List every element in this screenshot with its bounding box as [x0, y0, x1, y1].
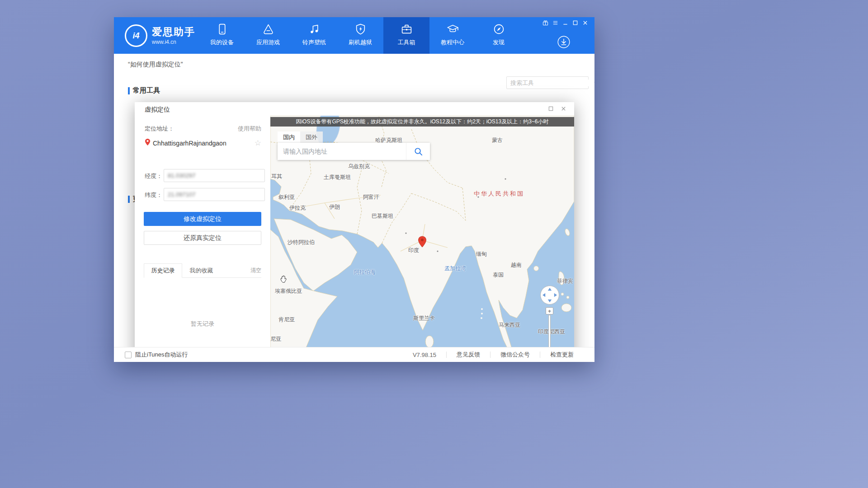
window-controls	[542, 19, 588, 26]
brand-name: 爱思助手	[152, 27, 195, 38]
block-itunes-checkbox[interactable]	[125, 352, 132, 358]
dialog-maximize-icon[interactable]	[547, 105, 554, 112]
brand-site: www.i4.cn	[152, 39, 195, 45]
music-note-icon	[308, 23, 321, 35]
nav-ringtones-wallpapers[interactable]: 铃声壁纸	[291, 17, 337, 54]
map-pan-control[interactable]	[540, 285, 560, 305]
gift-icon[interactable]	[542, 19, 548, 26]
block-itunes-label: 阻止iTunes自动运行	[135, 351, 188, 359]
longitude-value: 81.030297	[168, 172, 195, 179]
app-header: i4 爱思助手 www.i4.cn 我的设备 应用游戏	[114, 17, 594, 54]
search-icon[interactable]	[594, 79, 594, 86]
virtual-location-dialog: 虚拟定位 定位地址： 使用帮助	[135, 102, 574, 347]
desktop: i4 爱思助手 www.i4.cn 我的设备 应用游戏	[0, 0, 868, 488]
download-button[interactable]	[557, 36, 570, 48]
wechat-link[interactable]: 微信公众号	[491, 351, 540, 359]
tools-search-input[interactable]	[507, 80, 594, 86]
toolbox-icon	[401, 23, 413, 35]
menu-icon[interactable]	[552, 19, 558, 26]
history-tabs: 历史记录 我的收藏 清空	[144, 265, 261, 278]
tab-domestic[interactable]: 国内	[278, 131, 300, 143]
nav-label: 铃声壁纸	[302, 38, 326, 47]
main-nav: 我的设备 应用游戏 铃声壁纸	[199, 17, 522, 54]
nav-label: 工具箱	[398, 38, 415, 47]
tab-history[interactable]: 历史记录	[144, 263, 182, 278]
app-logo: i4 爱思助手 www.i4.cn	[125, 24, 195, 47]
section-bar	[128, 87, 130, 94]
zoom-in-button[interactable]: +	[546, 307, 553, 314]
dialog-title: 虚拟定位	[145, 106, 170, 114]
nav-my-devices[interactable]: 我的设备	[199, 17, 245, 54]
clear-history-link[interactable]: 清空	[250, 267, 261, 277]
dialog-close-icon[interactable]	[560, 105, 567, 112]
hand-cursor-icon	[279, 275, 288, 285]
section-header-common-tools: 常用工具	[128, 86, 160, 95]
help-link[interactable]: 使用帮助	[238, 125, 261, 133]
logo-icon: i4	[125, 24, 147, 47]
nav-label: 应用游戏	[256, 38, 280, 47]
section-title: 常用工具	[133, 86, 160, 95]
map-search-input[interactable]	[278, 143, 406, 160]
gps-notice-bar: 因iOS设备带有GPS校准功能，故此虚拟定位并非永久。iOS12及以下：约2天；…	[270, 117, 574, 127]
empty-records-text: 暂无记录	[135, 320, 270, 328]
compass-icon	[493, 23, 505, 35]
longitude-label: 经度：	[145, 172, 162, 180]
location-pin-icon	[145, 138, 151, 148]
map-search-box	[278, 143, 430, 160]
address-value: ChhattisgarhRajnandgaon	[153, 140, 255, 147]
minimize-icon[interactable]	[562, 19, 568, 26]
version-text: V7.98.15	[403, 352, 446, 358]
tools-search-box	[506, 76, 589, 89]
close-icon[interactable]	[582, 19, 588, 26]
location-marker-icon	[418, 236, 427, 249]
feedback-link[interactable]: 意见反馈	[447, 351, 490, 359]
app-window: i4 爱思助手 www.i4.cn 我的设备 应用游戏	[114, 17, 594, 362]
nav-discover[interactable]: 发现	[476, 17, 522, 54]
tab-favorites[interactable]: 我的收藏	[182, 264, 221, 277]
nav-apps-games[interactable]: 应用游戏	[245, 17, 291, 54]
nav-label: 我的设备	[210, 38, 234, 47]
favorite-star-icon[interactable]: ☆	[255, 138, 261, 148]
modify-virtual-location-button[interactable]: 修改虚拟定位	[144, 212, 261, 226]
tab-overseas[interactable]: 国外	[300, 131, 323, 143]
page-content: “如何使用虚拟定位” 常用工具 更多工具 虚拟定位	[114, 54, 594, 347]
restore-real-location-button[interactable]: 还原真实定位	[144, 231, 261, 245]
appstore-icon	[262, 23, 274, 35]
status-bar: 阻止iTunes自动运行 V7.98.15 意见反馈 微信公众号 检查更新	[114, 347, 594, 362]
nav-flash-jailbreak[interactable]: 刷机越狱	[337, 17, 383, 54]
nav-toolbox[interactable]: 工具箱	[383, 17, 429, 54]
nav-label: 发现	[493, 38, 505, 47]
latitude-value: 21.097107	[168, 191, 195, 198]
nav-label: 教程中心	[441, 38, 464, 47]
latitude-input[interactable]: 21.097107	[164, 188, 265, 201]
nav-tutorial-center[interactable]: 教程中心	[429, 17, 476, 54]
map-search-button[interactable]	[406, 143, 430, 160]
maximize-icon[interactable]	[572, 19, 578, 26]
location-form-panel: 定位地址： 使用帮助 ChhattisgarhRajnandgaon ☆ 经度：…	[135, 116, 270, 347]
address-label: 定位地址：	[145, 125, 174, 133]
latitude-label: 纬度：	[145, 191, 162, 199]
section-bar	[128, 196, 130, 203]
shield-icon	[354, 23, 367, 35]
longitude-input[interactable]: 81.030297	[164, 169, 265, 182]
nav-label: 刷机越狱	[349, 38, 372, 47]
baidu-map[interactable]: 蒙古哈萨克斯坦乌兹别克土库曼斯坦耳其叙利亚伊拉克伊朗阿富汗巴基斯坦中华人民共和国…	[270, 116, 574, 347]
background-partial-text: “如何使用虚拟定位”	[128, 61, 183, 69]
map-region-tabs: 国内 国外	[278, 131, 323, 143]
zoom-track[interactable]	[548, 315, 551, 347]
check-update-link[interactable]: 检查更新	[540, 351, 584, 359]
graduation-cap-icon	[447, 23, 459, 35]
dialog-titlebar: 虚拟定位	[135, 102, 574, 116]
phone-icon	[216, 23, 228, 35]
